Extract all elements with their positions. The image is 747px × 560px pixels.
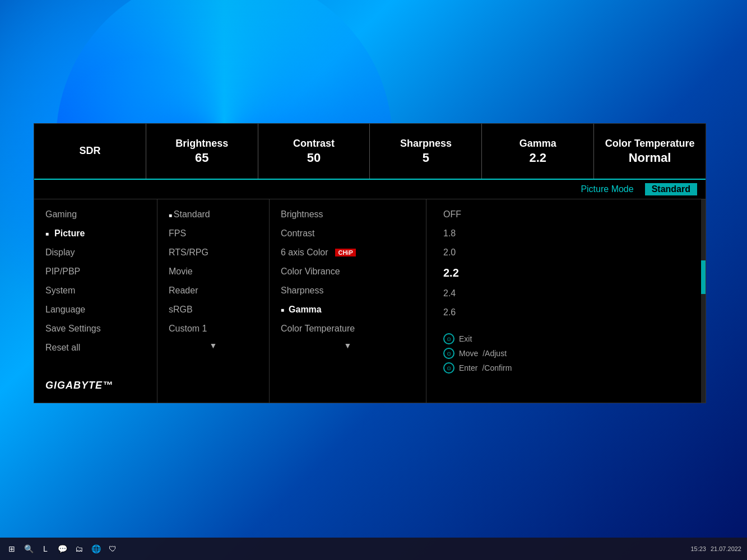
nav-gaming-label: Gaming	[45, 209, 77, 220]
value-2-4[interactable]: 2.4	[438, 284, 694, 303]
taskbar-start: ⊞ 🔍 L 💬 🗂 🌐 🛡	[6, 543, 690, 555]
value-2-2-label: 2.2	[443, 267, 459, 279]
taskbar-windows-icon[interactable]: ⊞	[6, 543, 18, 555]
color-temp-value: Normal	[629, 151, 671, 165]
enter-confirm-hint: ⊙ Enter /Confirm	[443, 362, 694, 374]
top-bar-brightness[interactable]: Brightness 65	[146, 124, 258, 179]
nav-pip-pbp-label: PIP/PBP	[45, 267, 80, 277]
confirm-label: /Confirm	[482, 363, 512, 372]
taskbar-browser-icon[interactable]: 🌐	[90, 543, 102, 555]
mode-fps[interactable]: FPS	[157, 224, 269, 243]
nav-system-label: System	[45, 286, 75, 296]
mode-rts-rpg[interactable]: RTS/RPG	[157, 243, 269, 262]
taskbar-time: 15:23	[690, 545, 706, 552]
brightness-label: Brightness	[175, 137, 228, 150]
setting-color-temp[interactable]: Color Temperature	[270, 319, 426, 338]
brightness-value: 65	[195, 151, 208, 165]
taskbar: ⊞ 🔍 L 💬 🗂 🌐 🛡 15:23 21.07.2022	[0, 538, 747, 560]
picture-mode-value: Standard	[645, 183, 697, 195]
values-wrapper: OFF 1.8 2.0 2.2 2.4 2.6	[426, 199, 706, 403]
setting-6axis-color[interactable]: 6 axis Color CHiP	[270, 243, 426, 262]
enter-label: Enter	[459, 363, 477, 372]
bottom-controls: ⊙ Exit ⊙ Move /Adjust ⊙ Enter /Confirm	[438, 333, 694, 374]
mode-movie[interactable]: Movie	[157, 262, 269, 281]
nav-display-label: Display	[45, 248, 75, 258]
value-1-8[interactable]: 1.8	[438, 224, 694, 243]
mode-srgb-label: sRGB	[169, 305, 193, 314]
mode-movie-label: Movie	[169, 267, 193, 276]
nav-picture[interactable]: Picture	[34, 224, 157, 243]
mode-rts-rpg-label: RTS/RPG	[169, 248, 208, 257]
mode-custom1-label: Custom 1	[169, 324, 207, 333]
setting-color-vibrance[interactable]: Color Vibrance	[270, 262, 426, 281]
mode-standard[interactable]: Standard	[157, 205, 269, 224]
nav-save-settings[interactable]: Save Settings	[34, 319, 157, 338]
enter-icon: ⊙	[443, 362, 454, 374]
setting-6axis-color-label: 6 axis Color	[281, 248, 328, 258]
mode-standard-label: Standard	[174, 209, 210, 219]
top-bar-contrast[interactable]: Contrast 50	[258, 124, 370, 179]
setting-contrast[interactable]: Contrast	[270, 224, 426, 243]
scrollbar-thumb[interactable]	[701, 260, 706, 294]
value-off-label: OFF	[443, 209, 461, 219]
top-bar-gamma[interactable]: Gamma 2.2	[482, 124, 594, 179]
value-off[interactable]: OFF	[438, 205, 694, 224]
taskbar-search-icon[interactable]: 🔍	[22, 543, 35, 555]
nav-display[interactable]: Display	[34, 243, 157, 262]
value-2-0-label: 2.0	[443, 248, 456, 257]
nav-reset-all[interactable]: Reset all	[34, 338, 157, 357]
contrast-value: 50	[307, 151, 321, 165]
value-2-0[interactable]: 2.0	[438, 243, 694, 262]
taskbar-taskview-icon[interactable]: L	[39, 543, 52, 555]
picture-mode-bar: Picture Mode Standard	[34, 180, 706, 199]
value-2-2[interactable]: 2.2	[438, 262, 694, 284]
move-adjust-hint: ⊙ Move /Adjust	[443, 348, 694, 359]
nav-save-settings-label: Save Settings	[45, 324, 101, 334]
brand-label: GIGABYTE™	[45, 380, 113, 391]
mode-srgb[interactable]: sRGB	[157, 300, 269, 319]
taskbar-chat-icon[interactable]: 💬	[56, 543, 68, 555]
color-temp-label: Color Temperature	[605, 137, 695, 150]
nav-gaming[interactable]: Gaming	[34, 205, 157, 224]
mode-reader-label: Reader	[169, 286, 198, 295]
top-bar-color-temp[interactable]: Color Temperature Normal	[594, 124, 706, 179]
top-bar-sharpness[interactable]: Sharpness 5	[370, 124, 482, 179]
move-icon: ⊙	[443, 348, 454, 359]
values-column: OFF 1.8 2.0 2.2 2.4 2.6	[426, 199, 706, 403]
sdr-label: SDR	[79, 144, 100, 157]
exit-hint: ⊙ Exit	[443, 333, 694, 344]
nav-system[interactable]: System	[34, 281, 157, 300]
taskbar-security-icon[interactable]: 🛡	[106, 543, 119, 555]
setting-brightness[interactable]: Brightness	[270, 205, 426, 224]
scrollbar[interactable]	[701, 199, 706, 403]
taskbar-right: 15:23 21.07.2022	[690, 545, 741, 552]
mode-fps-label: FPS	[169, 228, 186, 238]
taskbar-files-icon[interactable]: 🗂	[73, 543, 85, 555]
gamma-label: Gamma	[519, 137, 556, 150]
nav-reset-all-label: Reset all	[45, 343, 80, 353]
adjust-label: /Adjust	[482, 349, 507, 358]
top-bar-sdr[interactable]: SDR	[34, 124, 146, 179]
nav-language[interactable]: Language	[34, 300, 157, 319]
settings-column: Brightness Contrast 6 axis Color CHiP Co…	[270, 199, 426, 403]
setting-gamma[interactable]: Gamma	[270, 300, 426, 319]
sharpness-value: 5	[423, 151, 429, 165]
exit-label: Exit	[459, 334, 472, 343]
value-2-6[interactable]: 2.6	[438, 303, 694, 322]
nav-pip-pbp[interactable]: PIP/PBP	[34, 262, 157, 281]
setting-sharpness[interactable]: Sharpness	[270, 281, 426, 300]
value-2-6-label: 2.6	[443, 307, 456, 317]
value-2-4-label: 2.4	[443, 288, 456, 298]
monitor-osd: SDR Brightness 65 Contrast 50 Sharpness …	[34, 123, 706, 403]
mode-reader[interactable]: Reader	[157, 281, 269, 300]
gamma-value: 2.2	[529, 151, 546, 165]
nav-picture-label: Picture	[54, 228, 85, 239]
contrast-label: Contrast	[293, 137, 335, 150]
mode-dropdown-arrow[interactable]: ▼	[157, 338, 269, 353]
setting-color-temp-label: Color Temperature	[281, 324, 355, 334]
exit-icon: ⊙	[443, 333, 454, 344]
settings-dropdown-arrow[interactable]: ▼	[270, 338, 426, 353]
setting-sharpness-label: Sharpness	[281, 286, 324, 296]
move-label: Move	[459, 349, 478, 358]
mode-custom1[interactable]: Custom 1	[157, 319, 269, 338]
